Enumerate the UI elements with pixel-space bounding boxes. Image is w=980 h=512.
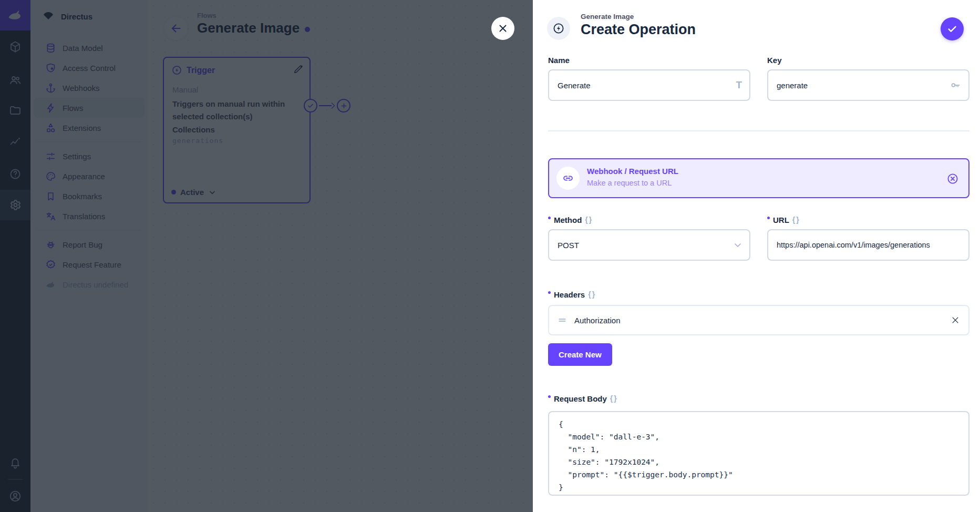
drawer-title: Create Operation (581, 22, 696, 38)
title-format-icon[interactable]: T (736, 79, 742, 91)
key-icon (950, 79, 961, 91)
label-text: URL (773, 216, 789, 224)
name-input-field[interactable] (558, 81, 736, 90)
close-icon (497, 23, 509, 34)
raw-value-icon[interactable]: {} (588, 290, 596, 299)
key-field-label: Key (767, 56, 782, 65)
operation-header-icon (547, 17, 570, 40)
required-dot (548, 291, 551, 294)
deselect-circle-x-icon[interactable] (946, 172, 959, 185)
raw-value-icon[interactable]: {} (792, 216, 800, 224)
operation-type-banner[interactable]: Webhook / Request URL Make a request to … (548, 158, 969, 198)
label-text: Request Body (554, 394, 607, 403)
close-drawer-button[interactable] (491, 17, 514, 40)
header-row-authorization[interactable]: Authorization (548, 305, 969, 335)
label-text: Method (554, 216, 582, 224)
header-row-value[interactable]: Authorization (574, 316, 943, 325)
url-field-label: URL {} (767, 216, 800, 224)
chevron-down-icon (733, 240, 743, 250)
label-text: Key (767, 56, 782, 65)
drag-handle-icon[interactable] (558, 315, 567, 325)
raw-value-icon[interactable]: {} (585, 216, 593, 224)
label-text: Name (548, 56, 570, 65)
operation-type-subtitle: Make a request to a URL (587, 179, 672, 187)
directus-app: Directus Data Model Access Control Webho… (0, 0, 980, 512)
request-body-code[interactable]: { "model": "dall-e-3", "n": 1, "size": "… (559, 418, 959, 494)
method-select[interactable]: POST (548, 229, 750, 261)
create-operation-drawer: Generate Image Create Operation Name T K… (533, 0, 980, 512)
section-divider (548, 130, 969, 131)
method-value: POST (558, 241, 733, 250)
url-input[interactable] (767, 229, 969, 261)
key-input[interactable] (767, 69, 969, 101)
drawer-context-title: Generate Image (581, 13, 634, 21)
name-input[interactable]: T (548, 69, 750, 101)
operation-type-title: Webhook / Request URL (587, 167, 678, 176)
method-field-label: Method {} (548, 216, 593, 224)
name-field-label: Name (548, 56, 570, 65)
create-new-header-button[interactable]: Create New (548, 343, 612, 366)
request-body-editor[interactable]: { "model": "dall-e-3", "n": 1, "size": "… (548, 411, 969, 496)
bolt-circle-icon (552, 22, 565, 35)
label-text: Headers (554, 290, 585, 299)
required-dot (767, 217, 770, 219)
required-dot (548, 217, 551, 219)
webhook-icon-circle (556, 167, 580, 190)
key-input-field[interactable] (777, 81, 950, 90)
remove-row-x-icon[interactable] (951, 315, 960, 325)
headers-field-label: Headers {} (548, 290, 596, 299)
url-input-field[interactable] (777, 241, 961, 249)
check-icon (946, 23, 958, 35)
required-dot (548, 395, 551, 398)
raw-value-icon[interactable]: {} (610, 394, 618, 403)
save-operation-button[interactable] (941, 17, 964, 40)
request-body-field-label: Request Body {} (548, 394, 618, 403)
link-icon (562, 172, 574, 185)
